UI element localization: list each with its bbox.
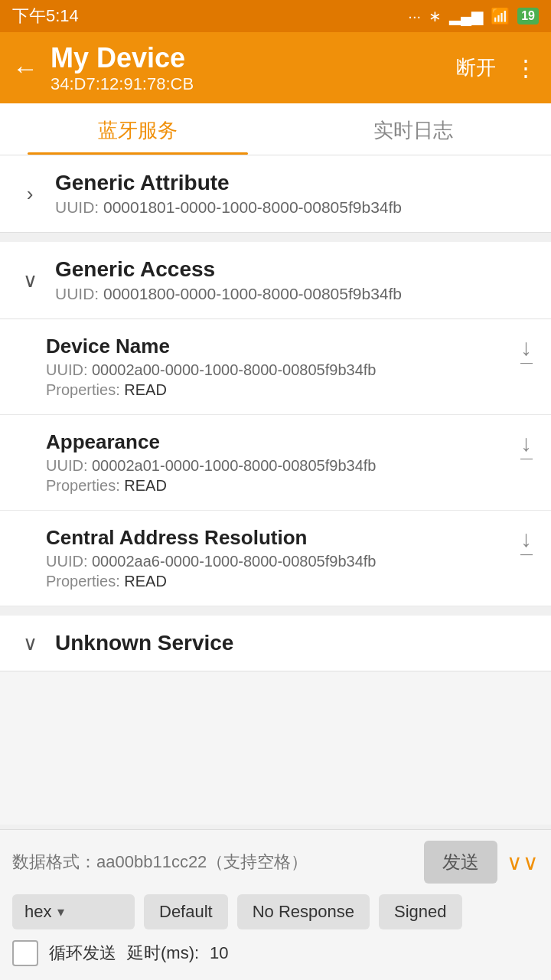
section-separator bbox=[0, 606, 551, 616]
format-label: hex bbox=[24, 902, 51, 922]
chevron-right-icon: › bbox=[18, 182, 41, 206]
loop-row: 循环发送 延时(ms): 10 bbox=[0, 940, 551, 980]
download-icon: ↓— bbox=[520, 430, 533, 466]
service-info: Generic Access UUID: 00001800-0000-1000-… bbox=[55, 257, 533, 303]
service-name: Generic Access bbox=[55, 257, 533, 282]
service-uuid: UUID: 00001801-0000-1000-8000-00805f9b34… bbox=[55, 198, 533, 217]
download-button[interactable]: ↓— bbox=[520, 430, 533, 466]
char-name: Central Address Resolution bbox=[46, 526, 520, 550]
chevron-double-down-icon: ∨∨ bbox=[507, 851, 539, 874]
uuid-label: UUID: bbox=[46, 457, 92, 474]
back-button[interactable]: ← bbox=[12, 55, 38, 81]
char-properties: Properties: READ bbox=[46, 573, 520, 590]
uuid-label: UUID: bbox=[46, 361, 92, 378]
more-menu-button[interactable]: ⋮ bbox=[514, 54, 539, 81]
service-name: Unknown Service bbox=[55, 631, 533, 655]
bottom-panel: 发送 ∨∨ hex ▾ Default No Response Signed 循… bbox=[0, 829, 551, 980]
device-address: 34:D7:12:91:78:CB bbox=[51, 74, 444, 94]
input-row: 发送 ∨∨ bbox=[0, 830, 551, 894]
loop-checkbox[interactable] bbox=[12, 940, 38, 966]
signed-button[interactable]: Signed bbox=[379, 894, 462, 929]
properties-label: Properties: bbox=[46, 573, 124, 590]
chevron-down-icon: ∨ bbox=[18, 269, 41, 292]
format-selector[interactable]: hex ▾ bbox=[12, 894, 135, 929]
battery-icon: 19 bbox=[517, 8, 539, 24]
uuid-label: UUID: bbox=[55, 285, 103, 302]
properties-label: Properties: bbox=[46, 381, 124, 398]
service-row-generic-access[interactable]: ∨ Generic Access UUID: 00001800-0000-100… bbox=[0, 242, 551, 319]
options-row: hex ▾ Default No Response Signed bbox=[0, 894, 551, 940]
char-properties: Properties: READ bbox=[46, 477, 520, 495]
no-response-button[interactable]: No Response bbox=[237, 894, 370, 929]
download-button[interactable]: ↓— bbox=[520, 526, 533, 561]
char-uuid: UUID: 00002aa6-0000-1000-8000-00805f9b34… bbox=[46, 553, 520, 570]
service-row-generic-attribute[interactable]: › Generic Attribute UUID: 00001801-0000-… bbox=[0, 155, 551, 233]
loop-label: 循环发送 bbox=[49, 942, 116, 965]
signal-dots-icon: ··· bbox=[408, 8, 421, 25]
download-button[interactable]: ↓— bbox=[520, 335, 533, 370]
download-icon: ↓— bbox=[520, 335, 533, 370]
default-button[interactable]: Default bbox=[144, 894, 228, 929]
chevron-down-icon: ▾ bbox=[57, 903, 64, 920]
char-row-appearance: Appearance UUID: 00002a01-0000-1000-8000… bbox=[0, 415, 551, 511]
char-name: Device Name bbox=[46, 335, 520, 358]
service-info: Generic Attribute UUID: 00001801-0000-10… bbox=[55, 171, 533, 217]
content-area: › Generic Attribute UUID: 00001801-0000-… bbox=[0, 155, 551, 825]
header-actions: 断开 ⋮ bbox=[456, 54, 539, 81]
send-button[interactable]: 发送 bbox=[424, 841, 497, 884]
wifi-icon: 📶 bbox=[491, 7, 510, 25]
delay-label: 延时(ms): bbox=[127, 942, 199, 965]
status-icons: ··· ∗ ▂▄▆ 📶 19 bbox=[408, 7, 539, 25]
tab-realtime-log[interactable]: 实时日志 bbox=[276, 103, 551, 155]
chevron-down-icon: ∨ bbox=[18, 632, 41, 655]
char-info: Central Address Resolution UUID: 00002aa… bbox=[46, 526, 520, 590]
cellular-icon: ▂▄▆ bbox=[449, 7, 483, 25]
header-title-group: My Device 34:D7:12:91:78:CB bbox=[51, 41, 444, 94]
char-uuid: UUID: 00002a00-0000-1000-8000-00805f9b34… bbox=[46, 361, 520, 379]
device-name: My Device bbox=[51, 41, 444, 74]
tab-bluetooth-services[interactable]: 蓝牙服务 bbox=[0, 103, 276, 155]
data-input[interactable] bbox=[12, 852, 415, 872]
status-bar: 下午5:14 ··· ∗ ▂▄▆ 📶 19 bbox=[0, 0, 551, 32]
service-uuid: UUID: 00001800-0000-1000-8000-00805f9b34… bbox=[55, 285, 533, 303]
service-name: Generic Attribute bbox=[55, 171, 533, 195]
service-row-unknown[interactable]: ∨ Unknown Service bbox=[0, 616, 551, 671]
char-properties: Properties: READ bbox=[46, 381, 520, 399]
section-separator bbox=[0, 233, 551, 242]
char-row-device-name: Device Name UUID: 00002a00-0000-1000-800… bbox=[0, 319, 551, 415]
char-info: Appearance UUID: 00002a01-0000-1000-8000… bbox=[46, 430, 520, 495]
delay-value: 10 bbox=[210, 943, 228, 963]
battery-level: 19 bbox=[517, 8, 539, 24]
properties-label: Properties: bbox=[46, 477, 124, 494]
header: ← My Device 34:D7:12:91:78:CB 断开 ⋮ bbox=[0, 32, 551, 103]
disconnect-button[interactable]: 断开 bbox=[456, 54, 496, 81]
download-icon: ↓— bbox=[520, 526, 533, 561]
bluetooth-icon: ∗ bbox=[429, 7, 442, 25]
expand-button[interactable]: ∨∨ bbox=[507, 850, 539, 875]
status-time: 下午5:14 bbox=[12, 5, 79, 28]
tabs: 蓝牙服务 实时日志 bbox=[0, 103, 551, 155]
char-row-central-address: Central Address Resolution UUID: 00002aa… bbox=[0, 511, 551, 606]
uuid-label: UUID: bbox=[55, 198, 103, 216]
char-uuid: UUID: 00002a01-0000-1000-8000-00805f9b34… bbox=[46, 457, 520, 475]
char-name: Appearance bbox=[46, 430, 520, 454]
uuid-label: UUID: bbox=[46, 553, 92, 570]
char-info: Device Name UUID: 00002a00-0000-1000-800… bbox=[46, 335, 520, 399]
service-info: Unknown Service bbox=[55, 631, 533, 655]
